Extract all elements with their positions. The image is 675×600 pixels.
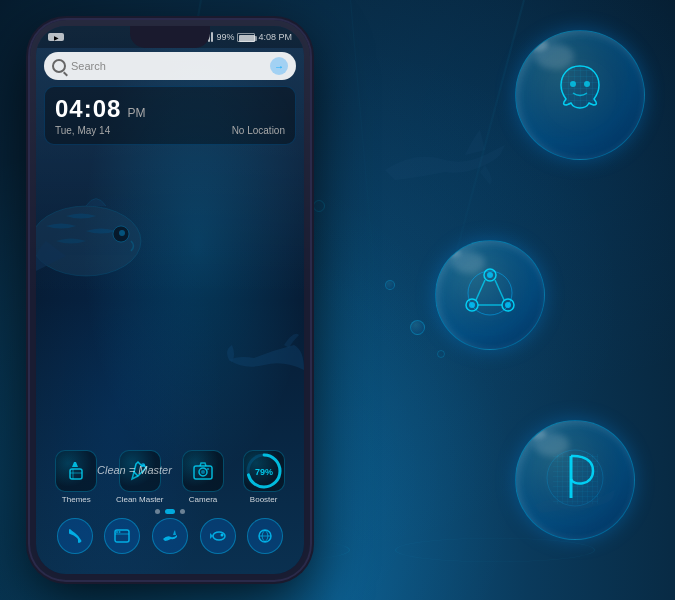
shareit-icon: [460, 263, 520, 327]
camera-label: Camera: [189, 495, 217, 504]
page-indicator: [36, 509, 304, 514]
app-clean-master[interactable]: Clean Master: [116, 450, 164, 504]
search-submit-arrow[interactable]: →: [270, 57, 288, 75]
dock-fish[interactable]: [200, 518, 236, 554]
dot-1: [155, 509, 160, 514]
svg-rect-18: [70, 469, 82, 479]
battery-percent: 99%: [216, 32, 234, 42]
phone-screen: ▶ 🎧: [36, 26, 304, 574]
bubble-reflection-share: [446, 249, 461, 257]
snapchat-bubble[interactable]: [515, 30, 645, 160]
signal-c4: [211, 32, 213, 42]
water-ripple-2: [395, 538, 595, 562]
dot-3: [180, 509, 185, 514]
clock-time: 04:08: [55, 95, 121, 123]
battery-icon: [237, 33, 255, 42]
themes-icon: [55, 450, 97, 492]
svg-point-11: [469, 302, 475, 308]
battery-tip: [255, 36, 257, 41]
clock-date: Tue, May 14: [55, 125, 110, 136]
fish-creature: [36, 176, 176, 300]
clean-master-tagline: Clean = Master: [97, 464, 172, 476]
camera-icon: [182, 450, 224, 492]
app-themes[interactable]: Themes: [55, 450, 97, 504]
bottom-dock: [36, 518, 304, 554]
time-widget: 04:08 PM Tue, May 14 No Location: [44, 86, 296, 145]
svg-point-23: [207, 468, 209, 470]
booster-label: Booster: [250, 495, 278, 504]
svg-rect-20: [194, 466, 212, 479]
app-grid: Themes Clean Master: [36, 450, 304, 504]
status-time: 4:08 PM: [258, 32, 292, 42]
dot-2-active: [165, 509, 175, 514]
svg-point-22: [201, 470, 205, 474]
status-left: ▶: [48, 33, 64, 41]
shark-silhouette-2: [535, 480, 615, 524]
search-placeholder: Search: [71, 60, 265, 72]
svg-text:79%: 79%: [255, 467, 273, 477]
battery-fill: [239, 35, 255, 42]
svg-point-17: [119, 230, 125, 236]
svg-point-12: [505, 302, 511, 308]
svg-point-28: [116, 531, 118, 533]
booster-progress: 79%: [243, 450, 285, 492]
notification-icon: ▶: [48, 33, 64, 41]
phone-frame: ▶ 🎧: [30, 20, 310, 580]
float-bubble-4: [313, 200, 325, 212]
small-bubble-1: [628, 148, 634, 154]
svg-point-30: [213, 532, 225, 540]
float-bubble-3: [437, 350, 445, 358]
phone-notch: [130, 26, 210, 48]
app-camera[interactable]: Camera: [182, 450, 224, 504]
small-bubble-p1: [618, 528, 624, 534]
dock-globe[interactable]: [247, 518, 283, 554]
small-bubble-s1: [531, 341, 536, 346]
themes-label: Themes: [62, 495, 91, 504]
svg-point-31: [220, 534, 223, 537]
time-row: 04:08 PM: [55, 95, 285, 123]
svg-point-1: [570, 81, 576, 87]
svg-line-8: [495, 280, 504, 300]
dolphin-silhouette: [224, 330, 304, 394]
float-bubble-1: [410, 320, 425, 335]
date-row: Tue, May 14 No Location: [55, 125, 285, 136]
dock-phone[interactable]: [57, 518, 93, 554]
clock-location: No Location: [232, 125, 285, 136]
phone-inner: ▶ 🎧: [36, 26, 304, 574]
svg-point-2: [584, 81, 590, 87]
dock-browser[interactable]: [104, 518, 140, 554]
snapchat-icon: [545, 58, 615, 132]
small-bubble-s2: [534, 253, 538, 257]
small-bubble-p3: [622, 435, 627, 440]
small-bubble-3: [631, 46, 636, 51]
booster-icon-wrapper: 79%: [243, 450, 285, 492]
svg-line-7: [476, 280, 485, 300]
bubble-reflection-pin: [528, 429, 546, 439]
shark-silhouette: [385, 130, 505, 194]
shareit-bubble[interactable]: [435, 240, 545, 350]
small-bubble-p2: [626, 517, 630, 521]
float-bubble-2: [385, 280, 395, 290]
svg-point-21: [199, 468, 207, 476]
app-booster[interactable]: 79% Booster: [243, 450, 285, 504]
svg-point-10: [487, 272, 493, 278]
clean-master-label: Clean Master: [116, 495, 164, 504]
small-bubble-2: [635, 140, 639, 144]
svg-point-29: [119, 531, 121, 533]
bubble-reflection-snap: [528, 39, 548, 51]
light-ray-2: [350, 0, 377, 299]
svg-rect-0: [561, 66, 599, 108]
clock-period: PM: [127, 106, 145, 120]
search-bar[interactable]: Search →: [44, 52, 296, 80]
search-icon: [52, 59, 66, 73]
dock-shark[interactable]: [152, 518, 188, 554]
